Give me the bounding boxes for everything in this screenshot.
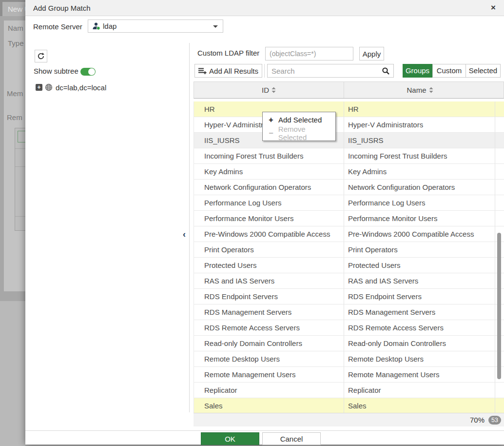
collapse-pane-chevron-icon[interactable]: ‹ <box>183 229 186 240</box>
cell-name: Sales <box>344 398 495 413</box>
apply-button[interactable]: Apply <box>359 47 384 61</box>
table-row[interactable]: Sales Sales <box>194 398 504 413</box>
refresh-button[interactable] <box>35 50 47 62</box>
dialog-header: Add Group Match × <box>25 0 504 16</box>
search-input[interactable] <box>268 64 379 77</box>
cell-name: Performance Monitor Users <box>344 211 495 226</box>
cell-id: Key Admins <box>194 164 344 179</box>
background-table-fragment <box>15 128 25 231</box>
result-count-badge: 53 <box>488 416 501 425</box>
cell-name: IIS_IUSRS <box>344 133 495 148</box>
refresh-icon <box>37 52 45 60</box>
table-footer: 70% 53 <box>194 413 504 426</box>
cell-id: Remote Management Users <box>194 367 344 382</box>
sort-icon <box>429 87 433 93</box>
table-row[interactable]: Performance Monitor Users Performance Mo… <box>194 211 504 226</box>
background-table-line <box>15 148 25 149</box>
screen: New U Nam Type Mem Rem Add Group Match ×… <box>0 0 504 446</box>
table-row[interactable]: RDS Endpoint Servers RDS Endpoint Server… <box>194 289 504 304</box>
table-row[interactable]: Remote Desktop Users Remote Desktop User… <box>194 351 504 367</box>
plus-icon: + <box>268 116 274 124</box>
ldap-filter-label: Custom LDAP filter <box>197 49 259 57</box>
vertical-scrollbar-thumb[interactable] <box>497 233 501 379</box>
close-icon[interactable]: × <box>487 2 499 14</box>
cell-id: Sales <box>194 398 344 413</box>
toggle-knob <box>88 68 95 75</box>
row-gutter <box>495 164 504 179</box>
table-row[interactable]: IIS_IUSRS IIS_IUSRS <box>194 133 504 148</box>
row-gutter <box>495 133 504 148</box>
list-plus-icon <box>198 67 207 75</box>
add-all-results-button[interactable]: Add All Results <box>194 64 262 78</box>
table-row[interactable]: RDS Management Servers RDS Management Se… <box>194 304 504 320</box>
cell-name: Read-only Domain Controllers <box>344 336 495 351</box>
cell-name: Protected Users <box>344 258 495 273</box>
table-row[interactable]: HR HR <box>194 101 504 117</box>
remote-server-label: Remote Server <box>33 22 82 31</box>
table-row[interactable]: Incoming Forest Trust Builders Incoming … <box>194 148 504 164</box>
globe-icon <box>45 83 53 91</box>
search-icon[interactable] <box>382 67 390 75</box>
search-box <box>267 64 394 78</box>
cell-name: Network Configuration Operators <box>344 180 495 195</box>
ldap-filter-input[interactable] <box>265 47 353 61</box>
show-subtree-toggle[interactable] <box>80 68 96 76</box>
table-row[interactable]: Performance Log Users Performance Log Us… <box>194 195 504 211</box>
cancel-button[interactable]: Cancel <box>262 432 321 445</box>
ok-button[interactable]: OK <box>201 432 259 445</box>
column-header-id-label: ID <box>262 86 269 94</box>
context-menu-add-selected-label: Add Selected <box>278 116 322 124</box>
cell-name: RDS Endpoint Servers <box>344 289 495 304</box>
table-row[interactable]: Pre-Windows 2000 Compatible Access Pre-W… <box>194 226 504 242</box>
tab-selected[interactable]: Selected <box>466 64 501 78</box>
column-header-name-label: Name <box>407 86 426 94</box>
results-tab-group: Groups Custom Selected <box>403 64 501 78</box>
expand-plus-icon[interactable]: + <box>36 84 42 91</box>
cell-name: Remote Management Users <box>344 367 495 382</box>
cell-id: RDS Endpoint Servers <box>194 289 344 304</box>
cell-id: Performance Log Users <box>194 195 344 210</box>
background-table-line <box>15 166 25 167</box>
table-row[interactable]: Replicator Replicator <box>194 383 504 398</box>
results-table-body: HR HR Hyper-V Administrators Hyper-V Adm… <box>194 99 504 413</box>
table-row[interactable]: Print Operators Print Operators <box>194 242 504 258</box>
dialog-title: Add Group Match <box>33 0 91 16</box>
table-row[interactable]: RAS and IAS Servers RAS and IAS Servers <box>194 273 504 289</box>
cell-id: Performance Monitor Users <box>194 211 344 226</box>
cell-name: Performance Log Users <box>344 195 495 210</box>
loaded-percent: 70% <box>470 416 485 424</box>
chevron-down-icon <box>213 25 218 28</box>
row-gutter <box>495 101 504 117</box>
row-gutter <box>495 211 504 226</box>
sort-icon <box>271 87 276 93</box>
row-gutter <box>495 398 504 413</box>
column-header-id[interactable]: ID <box>194 82 344 98</box>
pane-divider <box>189 43 190 412</box>
table-row[interactable]: Read-only Domain Controllers Read-only D… <box>194 336 504 351</box>
background-selected-cell <box>18 131 25 142</box>
tree-node-root[interactable]: + dc=lab,dc=local <box>36 83 106 92</box>
cell-id: Protected Users <box>194 258 344 273</box>
row-gutter <box>495 195 504 210</box>
row-gutter <box>495 383 504 398</box>
table-row[interactable]: Network Configuration Operators Network … <box>194 180 504 195</box>
cell-name: Key Admins <box>344 164 495 179</box>
table-row[interactable]: RDS Remote Access Servers RDS Remote Acc… <box>194 320 504 336</box>
cell-id: Read-only Domain Controllers <box>194 336 344 351</box>
minus-icon: − <box>268 129 274 138</box>
cell-name: Hyper-V Administrators <box>344 117 495 132</box>
row-gutter <box>495 117 504 132</box>
table-row[interactable]: Remote Management Users Remote Managemen… <box>194 367 504 383</box>
cell-id: Network Configuration Operators <box>194 180 344 195</box>
context-menu-remove-selected-label: Remove Selected <box>278 125 335 142</box>
remote-server-dropdown[interactable]: ldap <box>88 20 223 33</box>
cell-name: Print Operators <box>344 242 495 257</box>
tab-custom[interactable]: Custom <box>432 64 466 78</box>
table-row[interactable]: Hyper-V Administrators Hyper-V Administr… <box>194 117 504 133</box>
table-row[interactable]: Protected Users Protected Users <box>194 258 504 273</box>
table-header: ID Name <box>194 81 504 99</box>
tab-groups[interactable]: Groups <box>403 64 432 78</box>
row-gutter <box>495 180 504 195</box>
column-header-name[interactable]: Name <box>344 82 496 98</box>
table-row[interactable]: Key Admins Key Admins <box>194 164 504 180</box>
